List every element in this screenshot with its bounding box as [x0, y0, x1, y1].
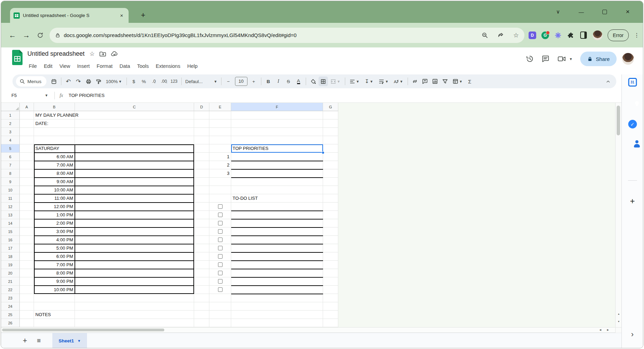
horizontal-scrollbar[interactable]: ◀ ▶	[1, 327, 615, 333]
text-rotation-icon[interactable]: A▼	[391, 77, 405, 86]
horizontal-align-icon[interactable]: ▼	[348, 77, 362, 86]
move-folder-icon[interactable]	[99, 51, 106, 57]
row-header-26[interactable]: 26	[1, 319, 20, 327]
insert-table-icon[interactable]: ▼	[451, 77, 464, 86]
menu-data[interactable]: Data	[116, 62, 134, 70]
cell-B2[interactable]: DATE:	[35, 119, 48, 128]
row-header-22[interactable]: 22	[1, 286, 20, 294]
cell-E6[interactable]: 1	[209, 153, 229, 161]
close-icon[interactable]: ×	[622, 7, 634, 17]
insert-comment-icon[interactable]	[420, 77, 430, 86]
row-header-19[interactable]: 19	[1, 261, 20, 269]
row-header-4[interactable]: 4	[1, 136, 20, 144]
row-header-7[interactable]: 7	[1, 161, 20, 169]
format-currency-button[interactable]: $	[129, 77, 139, 86]
cell-B18[interactable]: 6:00 PM	[34, 252, 73, 261]
cell-B9[interactable]: 9:00 AM	[34, 178, 73, 186]
camera-dropdown-icon[interactable]: ▼	[569, 57, 573, 61]
column-header-C[interactable]: C	[75, 103, 194, 111]
column-header-B[interactable]: B	[34, 103, 75, 111]
row-header-6[interactable]: 6	[1, 153, 20, 161]
row-header-25[interactable]: 25	[1, 311, 20, 319]
menu-insert[interactable]: Insert	[74, 62, 93, 70]
checkbox-E17[interactable]	[218, 246, 223, 250]
tab-close-icon[interactable]: ×	[118, 12, 125, 19]
cell-B25[interactable]: NOTES	[35, 311, 51, 319]
selected-cell-outline[interactable]	[231, 144, 323, 153]
insert-chart-icon[interactable]	[430, 77, 440, 86]
back-icon[interactable]: ←	[7, 29, 18, 41]
decrease-font-size-button[interactable]: −	[224, 77, 233, 86]
star-document-icon[interactable]: ☆	[89, 50, 95, 57]
row-header-11[interactable]: 11	[1, 194, 20, 203]
share-page-icon[interactable]	[497, 32, 504, 38]
cell-B8[interactable]: 8:00 AM	[34, 169, 73, 178]
cloud-status-icon[interactable]	[111, 51, 118, 57]
cell-B11[interactable]: 11:00 AM	[34, 194, 73, 203]
menu-file[interactable]: File	[25, 62, 40, 70]
menu-format[interactable]: Format	[93, 62, 116, 70]
url-bar[interactable]: docs.google.com/spreadsheets/d/1Kn1EEIyo…	[50, 28, 524, 43]
row-header-10[interactable]: 10	[1, 186, 20, 194]
row-header-16[interactable]: 16	[1, 236, 20, 244]
calendar-grid-icon[interactable]	[49, 77, 59, 86]
side-panel-extension-icon[interactable]	[580, 32, 588, 39]
cell-B5[interactable]: SATURDAY	[35, 144, 59, 153]
row-header-18[interactable]: 18	[1, 252, 20, 261]
comment-history-icon[interactable]	[541, 55, 550, 63]
vertical-align-icon[interactable]: ↧▼	[362, 77, 376, 86]
row-header-8[interactable]: 8	[1, 169, 20, 178]
cell-B21[interactable]: 9:00 PM	[34, 277, 73, 286]
asterisk-extension-icon[interactable]	[554, 32, 562, 39]
redo-icon[interactable]: ↷	[74, 77, 83, 86]
row-header-1[interactable]: 1	[1, 111, 20, 119]
zoom-select[interactable]: 100%▼	[104, 77, 124, 86]
row-header-9[interactable]: 9	[1, 178, 20, 186]
account-avatar[interactable]	[622, 53, 634, 65]
horizontal-scrollbar-thumb[interactable]	[2, 329, 164, 331]
get-addons-icon[interactable]: +	[630, 196, 635, 206]
checkbox-E19[interactable]	[218, 262, 223, 267]
row-header-5[interactable]: 5	[1, 144, 20, 153]
scroll-down-icon[interactable]: ▼	[616, 320, 622, 323]
menu-help[interactable]: Help	[184, 62, 201, 70]
meet-camera-icon[interactable]: ▼	[557, 55, 573, 63]
spreadsheet-grid[interactable]: ABCDEFG123456789101112131415161718192021…	[1, 103, 615, 327]
cell-E8[interactable]: 3	[209, 169, 229, 178]
row-header-12[interactable]: 12	[1, 203, 20, 211]
row-header-14[interactable]: 14	[1, 219, 20, 227]
column-header-G[interactable]: G	[323, 103, 338, 111]
vertical-scrollbar-thumb[interactable]	[617, 106, 620, 135]
row-header-13[interactable]: 13	[1, 211, 20, 219]
text-color-button[interactable]: A	[294, 77, 303, 86]
maximize-icon[interactable]	[599, 7, 610, 17]
vertical-scrollbar[interactable]: ▲ ▼	[615, 103, 621, 327]
name-box[interactable]: F5	[1, 93, 45, 98]
menu-edit[interactable]: Edit	[40, 62, 56, 70]
cell-B22[interactable]: 10:00 PM	[34, 286, 73, 294]
row-header-24[interactable]: 24	[1, 302, 20, 311]
increase-font-size-button[interactable]: +	[249, 77, 259, 86]
scroll-right-icon[interactable]: ▶	[606, 329, 610, 331]
checkbox-E22[interactable]	[218, 287, 223, 292]
decrease-decimal-button[interactable]: .0←	[149, 77, 159, 86]
fill-handle[interactable]	[322, 151, 324, 154]
browser-menu-icon[interactable]: ⋮	[634, 32, 639, 38]
checkbox-E13[interactable]	[218, 213, 223, 217]
bold-button[interactable]: B	[264, 77, 273, 86]
checkbox-E18[interactable]	[218, 254, 223, 259]
cell-B20[interactable]: 8:00 PM	[34, 269, 73, 277]
dashlane-extension-icon[interactable]: D	[529, 32, 536, 39]
strikethrough-button[interactable]: S	[284, 77, 293, 86]
cell-B12[interactable]: 12:00 PM	[34, 203, 73, 211]
toolbar-search[interactable]: Menus	[16, 76, 46, 87]
row-header-3[interactable]: 3	[1, 128, 20, 136]
increase-decimal-button[interactable]: .00→	[159, 77, 169, 86]
paint-format-icon[interactable]	[94, 77, 103, 86]
sheet-tab-sheet1[interactable]: Sheet1 ▼	[52, 333, 87, 348]
add-sheet-icon[interactable]: +	[20, 335, 30, 346]
italic-button[interactable]: I	[274, 77, 283, 86]
row-header-20[interactable]: 20	[1, 269, 20, 277]
menu-view[interactable]: View	[56, 62, 73, 70]
row-header-23[interactable]: 23	[1, 294, 20, 302]
